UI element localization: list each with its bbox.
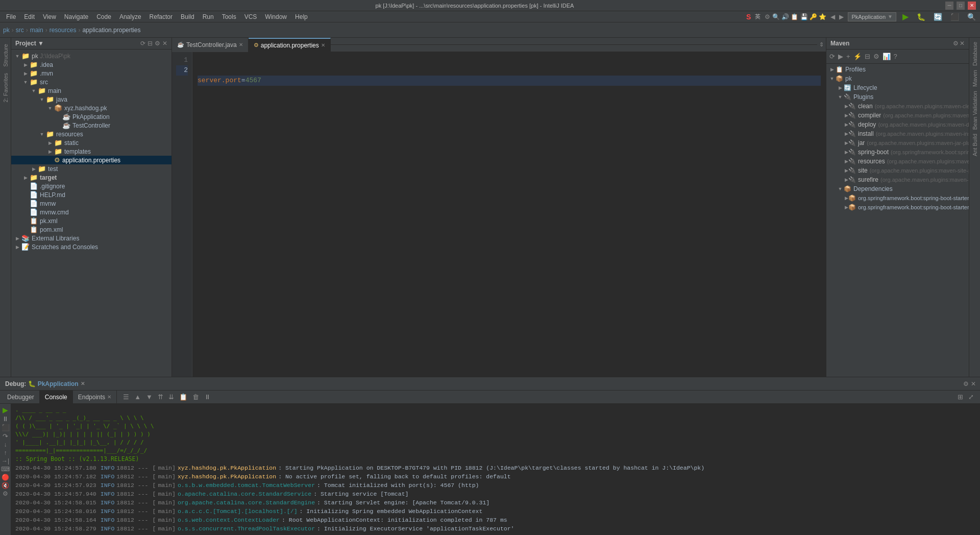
- run-button[interactable]: ▶: [900, 11, 911, 22]
- menu-vcs[interactable]: VCS: [240, 12, 261, 21]
- breadcrumb-file[interactable]: application.properties: [82, 27, 140, 34]
- console-up-btn[interactable]: ▲: [132, 392, 143, 402]
- breadcrumb-main[interactable]: main: [30, 27, 43, 34]
- nav-back[interactable]: ◀: [830, 13, 835, 20]
- menu-window[interactable]: Window: [261, 12, 291, 21]
- tree-item-mvn[interactable]: ▶ 📁 .mvn: [11, 69, 172, 78]
- menu-build[interactable]: Build: [177, 12, 199, 21]
- tree-item-src[interactable]: ▼ 📁 src: [11, 78, 172, 86]
- close-button[interactable]: ✕: [968, 2, 976, 10]
- tree-item-static[interactable]: ▶ 📁 static: [11, 138, 172, 147]
- collapse-icon[interactable]: ⊟: [148, 40, 153, 47]
- tree-item-pkxml[interactable]: ▶ 📋 pk.xml: [11, 216, 172, 225]
- maven-skip-tests-btn[interactable]: ⚡: [852, 52, 863, 61]
- editor-content[interactable]: 1 2 server.port=4567: [172, 52, 826, 377]
- maven-profiles[interactable]: ▶ 📋 Profiles: [826, 65, 969, 74]
- step-over-icon[interactable]: ↷: [3, 432, 8, 440]
- tree-item-templates[interactable]: ▶ 📁 templates: [11, 147, 172, 156]
- console-down-btn[interactable]: ▼: [144, 392, 155, 402]
- close-tab-endpoints[interactable]: ✕: [107, 394, 111, 400]
- tab-testcontroller[interactable]: ☕ TestController.java ✕: [172, 38, 249, 52]
- maven-dep-spring-test[interactable]: ▶ 📦 org.springframework.boot:spring-boot…: [826, 203, 969, 212]
- maximize-button[interactable]: □: [957, 2, 965, 10]
- console-output[interactable]: . ____ _ __ _ _ /\\ / ___'_ __ _ _(_)_ _…: [11, 404, 980, 535]
- tree-item-java[interactable]: ▼ 📁 java: [11, 95, 172, 104]
- console-layout-btn[interactable]: ⊞: [955, 392, 965, 402]
- maven-plugin-site[interactable]: ▶ 🔌 site (org.apache.maven.plugins:maven…: [826, 166, 969, 175]
- maven-plugin-springboot[interactable]: ▶ 🔌 spring-boot (org.springframework.boo…: [826, 148, 969, 157]
- debug-close-icon[interactable]: ✕: [971, 380, 976, 387]
- maven-execute-btn[interactable]: ⚙: [872, 52, 880, 61]
- maven-add-btn[interactable]: +: [845, 52, 851, 61]
- menu-code[interactable]: Code: [92, 12, 115, 21]
- maven-close-icon[interactable]: ✕: [960, 40, 965, 47]
- breadcrumb-resources[interactable]: resources: [50, 27, 77, 34]
- breadcrumb-src[interactable]: src: [16, 27, 24, 34]
- rerun-button[interactable]: 🔄: [932, 12, 944, 22]
- menu-help[interactable]: Help: [291, 12, 312, 21]
- gear-icon[interactable]: ⚙: [155, 40, 160, 47]
- resume-icon[interactable]: ▶: [3, 406, 8, 414]
- maven-collapse-btn[interactable]: ⊟: [864, 52, 871, 61]
- tab-appprops[interactable]: ⚙ application.properties ✕: [249, 38, 331, 52]
- tree-item-gitignore[interactable]: ▶ 📄 .gitignore: [11, 182, 172, 190]
- maven-side-icon[interactable]: Maven: [970, 68, 980, 89]
- maven-help-btn[interactable]: ?: [893, 52, 898, 61]
- pause-icon[interactable]: ⏸: [2, 415, 9, 423]
- tree-item-resources[interactable]: ▼ 📁 resources: [11, 130, 172, 138]
- editor-code[interactable]: server.port=4567: [192, 52, 826, 377]
- tree-item-main[interactable]: ▼ 📁 main: [11, 86, 172, 95]
- sync-icon[interactable]: ⟳: [140, 40, 145, 47]
- maven-plugin-clean[interactable]: ▶ 🔌 clean (org.apache.maven.plugins:mave…: [826, 102, 969, 111]
- debug-session-name[interactable]: 🐛 PkApplication: [28, 380, 78, 387]
- console-maximize-btn[interactable]: ⤢: [966, 392, 976, 402]
- tree-item-mvnw[interactable]: ▶ 📄 mvnw: [11, 199, 172, 208]
- nav-fwd[interactable]: ▶: [839, 13, 844, 20]
- debug-button[interactable]: 🐛: [915, 12, 927, 22]
- tree-item-mvnwcmd[interactable]: ▶ 📄 mvnw.cmd: [11, 208, 172, 216]
- tree-item-help[interactable]: ▶ 📄 HELP.md: [11, 190, 172, 199]
- search-button[interactable]: 🔍: [965, 12, 978, 22]
- structure-icon[interactable]: Structure: [1, 42, 11, 69]
- tree-item-pk-root[interactable]: ▼ 📁 pk J:\IdeaP\pk: [11, 52, 172, 60]
- step-into-icon[interactable]: ↓: [4, 441, 7, 448]
- breadcrumb-pk[interactable]: pk: [3, 27, 10, 34]
- tree-item-target[interactable]: ▶ 📁 target: [11, 173, 172, 182]
- database-icon[interactable]: Database: [970, 40, 980, 68]
- menu-edit[interactable]: Edit: [20, 12, 39, 21]
- maven-settings-icon[interactable]: ⚙: [953, 40, 959, 47]
- maven-plugin-jar[interactable]: ▶ 🔌 jar (org.apache.maven.plugins:maven-…: [826, 138, 969, 148]
- favorites-icon[interactable]: 2: Favorites: [1, 71, 11, 104]
- maven-plugin-surefire[interactable]: ▶ 🔌 surefire (org.apache.maven.plugins:m…: [826, 175, 969, 184]
- mute-breakpoints-icon[interactable]: 🔇: [2, 482, 9, 489]
- stop-button[interactable]: ⬛: [948, 12, 961, 22]
- console-pause-btn[interactable]: ⏸: [202, 392, 213, 402]
- close-tab-testcontroller[interactable]: ✕: [239, 42, 243, 47]
- menu-analyze[interactable]: Analyze: [115, 12, 145, 21]
- tree-item-xyz[interactable]: ▼ 📦 xyz.hashdog.pk: [11, 104, 172, 112]
- bean-validation-icon[interactable]: Bean Validation: [970, 89, 980, 132]
- maven-dependencies[interactable]: ▼ 📦 Dependencies: [826, 184, 969, 193]
- console-scroll-bottom-btn[interactable]: ⇊: [166, 392, 176, 402]
- debug-settings-icon[interactable]: ⚙: [963, 380, 969, 387]
- tree-item-extlib[interactable]: ▶ 📚 External Libraries: [11, 234, 172, 242]
- step-out-icon[interactable]: ↑: [4, 449, 7, 456]
- menu-run[interactable]: Run: [199, 12, 218, 21]
- maven-show-deps-btn[interactable]: 📊: [881, 52, 892, 61]
- maven-pk[interactable]: ▼ 📦 pk: [826, 74, 969, 83]
- debug-session-close[interactable]: ✕: [81, 381, 85, 386]
- tab-console[interactable]: Console: [40, 391, 73, 404]
- maven-plugin-deploy[interactable]: ▶ 🔌 deploy (org.apache.maven.plugins:mav…: [826, 120, 969, 129]
- tree-item-idea[interactable]: ▶ 📁 .idea: [11, 60, 172, 69]
- tree-item-pkapplication[interactable]: ▶ ☕ PkApplication: [11, 112, 172, 121]
- evaluate-icon[interactable]: ⌨: [1, 466, 10, 473]
- menu-refactor[interactable]: Refactor: [145, 12, 177, 21]
- stop-icon[interactable]: ⬛: [2, 424, 10, 431]
- maven-refresh-btn[interactable]: ⟳: [828, 52, 836, 61]
- console-scroll-top-btn[interactable]: ⇈: [156, 392, 165, 402]
- maven-dep-spring-web[interactable]: ▶ 📦 org.springframework.boot:spring-boot…: [826, 193, 969, 203]
- maven-plugins[interactable]: ▼ 🔌 Plugins: [826, 92, 969, 102]
- tree-item-appprops[interactable]: ▶ ⚙ application.properties: [11, 156, 172, 164]
- menu-navigate[interactable]: Navigate: [60, 12, 92, 21]
- tab-endpoints[interactable]: Endpoints ✕: [73, 391, 117, 404]
